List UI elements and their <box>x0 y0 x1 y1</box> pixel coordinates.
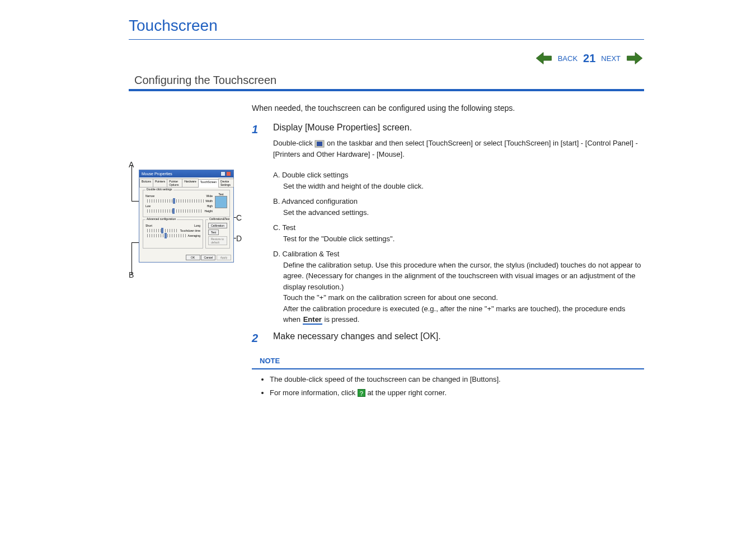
width-slider[interactable] <box>147 199 204 203</box>
svg-marker-1 <box>627 53 642 64</box>
label: Low <box>145 204 157 208</box>
tab-device-settings[interactable]: Device Settings <box>218 179 234 187</box>
test-area[interactable] <box>215 196 227 208</box>
dialog-titlebar: Mouse Properties <box>139 170 233 177</box>
label: Width <box>205 199 213 203</box>
item-desc: Define the calibration setup. Use this p… <box>283 260 644 293</box>
text: at the upper right corner. <box>367 388 447 397</box>
label: Long <box>189 224 200 227</box>
callout-line <box>132 242 132 275</box>
title-rule <box>129 39 644 40</box>
item-desc: After the calibration procedure is execu… <box>283 303 644 325</box>
label: Wide <box>201 194 213 198</box>
back-arrow-icon[interactable] <box>534 51 552 65</box>
step-2: 2 Make necessary changes and select [OK]… <box>252 330 644 346</box>
section-subtitle: Configuring the Touchscreen <box>134 74 644 87</box>
mouse-properties-dialog: Mouse Properties Buttons Pointers Pointe… <box>139 170 234 263</box>
label: Height <box>205 209 213 213</box>
calibration-test-group: Calibration&Test Calibration Test Restor… <box>205 219 230 249</box>
label: Short <box>145 224 157 227</box>
note-rule <box>252 368 644 369</box>
item-label: B. Advanced configuration <box>273 196 644 207</box>
ok-button[interactable]: OK <box>186 255 200 260</box>
text: Double-click <box>273 139 314 147</box>
note-bullet: The double-click speed of the touchscree… <box>270 374 644 385</box>
item-desc: Test for the "Double click settings". <box>283 233 644 245</box>
item-a: A. Double click settings Set the width a… <box>273 170 644 191</box>
nav-bar: BACK 21 NEXT <box>129 51 644 65</box>
calibration-button[interactable]: Calibration <box>208 223 227 228</box>
item-b: B. Advanced configuration Set the advanc… <box>273 196 644 218</box>
label: High <box>201 204 213 208</box>
item-desc: Touch the "+" mark on the calibration sc… <box>283 292 644 303</box>
tab-touchscreen[interactable]: TouchScreen <box>198 179 219 188</box>
tab-hardware[interactable]: Hardware <box>182 179 199 187</box>
svg-marker-0 <box>536 53 551 64</box>
dialog-title-text: Mouse Properties <box>142 172 172 176</box>
help-icon <box>358 389 365 397</box>
step-1: 1 Display [Mouse Properties] screen. Dou… <box>252 121 644 165</box>
callout-line <box>132 165 132 201</box>
dialog-tabs: Buttons Pointers Pointer Options Hardwar… <box>139 177 233 188</box>
item-d: D. Calibration & Test Define the calibra… <box>273 249 644 325</box>
callout-c: C <box>236 213 242 222</box>
intro-text: When needed, the touchscreen can be conf… <box>252 102 644 114</box>
dialog-figure: A B C D Mouse Properties Buttons Pointer… <box>129 170 241 400</box>
nav-next[interactable]: NEXT <box>601 54 621 63</box>
text: For more information, click <box>270 388 358 397</box>
step-number: 1 <box>252 121 263 165</box>
legend: Calibration&Test <box>208 217 231 221</box>
close-icon[interactable] <box>226 171 231 176</box>
test-button[interactable]: Test <box>208 229 219 235</box>
help-icon[interactable] <box>220 171 226 176</box>
nav-back[interactable]: BACK <box>558 54 577 63</box>
step-instruction: Double-click on the taskbar and then sel… <box>273 138 644 160</box>
note-heading: NOTE <box>260 355 644 367</box>
callout-d: D <box>236 234 242 243</box>
advanced-config-group: Advanced configuration Short Long Touchd… <box>143 219 203 249</box>
step-heading: Display [Mouse Properties] screen. <box>273 121 644 134</box>
step-number: 2 <box>252 330 263 346</box>
item-label: D. Calibration & Test <box>273 249 644 260</box>
item-label: A. Double click settings <box>273 170 644 181</box>
legend: Advanced configuration <box>145 217 177 221</box>
item-desc: Set the width and height of the double c… <box>283 181 644 192</box>
note-list: The double-click speed of the touchscree… <box>262 374 644 398</box>
page-title: Touchscreen <box>129 17 644 35</box>
label: Touchdown time <box>180 229 200 232</box>
subtitle-rule <box>129 89 644 91</box>
label: Narrow <box>145 194 157 198</box>
label: Averaging <box>188 234 200 237</box>
svg-rect-3 <box>317 142 322 146</box>
tab-pointers[interactable]: Pointers <box>153 179 167 187</box>
averaging-slider[interactable] <box>147 234 186 237</box>
tab-buttons[interactable]: Buttons <box>139 179 153 187</box>
cancel-button[interactable]: Cancel <box>201 255 215 260</box>
text: on the taskbar and then select [TouchScr… <box>273 139 638 158</box>
page-number: 21 <box>583 52 595 65</box>
step-heading: Make necessary changes and select [OK]. <box>273 330 644 343</box>
next-arrow-icon[interactable] <box>626 51 644 65</box>
dialog-footer: OK Cancel Apply <box>139 253 233 262</box>
item-c: C. Test Test for the "Double click setti… <box>273 222 644 244</box>
taskbar-touchscreen-icon <box>314 140 325 148</box>
item-label: C. Test <box>273 222 644 233</box>
item-desc: Set the advanced settings. <box>283 207 644 218</box>
apply-button[interactable]: Apply <box>217 255 231 260</box>
touchdown-slider[interactable] <box>147 229 179 232</box>
text: is pressed. <box>322 315 359 324</box>
height-slider[interactable] <box>147 209 203 213</box>
restore-button[interactable]: Restore to default <box>208 236 227 245</box>
double-click-settings-group: Double click settings Narrow Wide Width … <box>143 190 230 217</box>
enter-key: Enter <box>303 315 322 325</box>
note-bullet: For more information, click at the upper… <box>270 387 644 399</box>
tab-pointer-options[interactable]: Pointer Options <box>167 179 182 187</box>
legend: Double click settings <box>145 188 173 191</box>
